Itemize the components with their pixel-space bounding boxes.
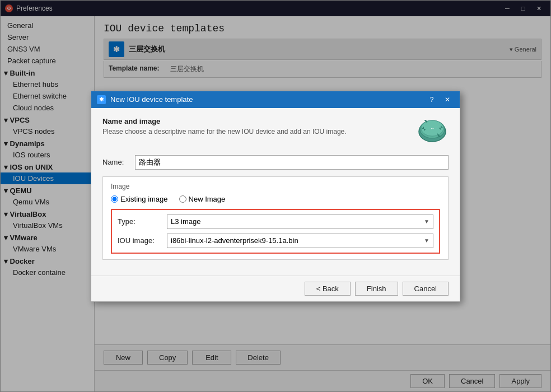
radio-group: Existing image New Image bbox=[111, 195, 440, 203]
section-text: Name and image Please choose a descripti… bbox=[102, 117, 407, 136]
radio-existing-label: Existing image bbox=[120, 195, 168, 203]
image-section-label: Image bbox=[111, 183, 440, 190]
back-button[interactable]: < Back bbox=[305, 282, 351, 296]
radio-new-input[interactable] bbox=[179, 195, 186, 203]
name-input[interactable] bbox=[135, 155, 449, 170]
type-label: Type: bbox=[118, 217, 162, 226]
section-title: Name and image bbox=[102, 117, 407, 125]
modal-footer: < Back Finish Cancel bbox=[91, 276, 460, 301]
radio-existing-input[interactable] bbox=[111, 195, 118, 203]
name-label: Name: bbox=[102, 158, 130, 166]
modal-content: Name and image Please choose a descripti… bbox=[91, 108, 460, 276]
type-select-arrow: ▼ bbox=[424, 218, 429, 225]
modal: ✱ New IOU device template ? ✕ Name and i… bbox=[91, 91, 460, 302]
modal-titlebar: ✱ New IOU device template ? ✕ bbox=[91, 91, 460, 108]
type-field-row: Type: L3 image ▼ bbox=[118, 214, 433, 229]
modal-titlebar-controls: ? ✕ bbox=[425, 94, 454, 106]
red-border-box: Type: L3 image ▼ IOU image: i86bi-linux-… bbox=[111, 209, 440, 254]
modal-title: New IOU device template bbox=[110, 95, 193, 104]
modal-close-button[interactable]: ✕ bbox=[441, 94, 454, 106]
iou-select[interactable]: i86bi-linux-l2-adventerprisek9-15.1a.bin… bbox=[167, 234, 433, 248]
modal-cancel-button[interactable]: Cancel bbox=[403, 282, 449, 296]
modal-icon: ✱ bbox=[97, 95, 106, 104]
radio-new-label: New Image bbox=[189, 195, 226, 203]
type-select[interactable]: L3 image ▼ bbox=[167, 214, 433, 229]
section-header: Name and image Please choose a descripti… bbox=[102, 117, 449, 146]
router-icon-container: ↔ bbox=[416, 117, 449, 146]
modal-overlay: ✱ New IOU device template ? ✕ Name and i… bbox=[0, 0, 551, 392]
finish-button[interactable]: Finish bbox=[355, 282, 398, 296]
radio-new[interactable]: New Image bbox=[179, 195, 226, 203]
section-description: Please choose a descriptive name for the… bbox=[102, 128, 407, 136]
iou-field-row: IOU image: i86bi-linux-l2-adventerprisek… bbox=[118, 234, 433, 248]
iou-label: IOU image: bbox=[118, 236, 162, 245]
type-select-value: L3 image bbox=[171, 217, 200, 226]
modal-titlebar-left: ✱ New IOU device template bbox=[97, 95, 193, 104]
radio-existing[interactable]: Existing image bbox=[111, 195, 168, 203]
image-section: Image Existing image New Image Type: bbox=[102, 176, 449, 260]
iou-select-arrow: ▼ bbox=[424, 237, 429, 244]
modal-help-button[interactable]: ? bbox=[425, 94, 438, 106]
router-icon: ↔ bbox=[416, 117, 449, 146]
svg-text:↔: ↔ bbox=[430, 126, 435, 131]
name-field-row: Name: bbox=[102, 155, 449, 170]
iou-select-value: i86bi-linux-l2-adventerprisek9-15.1a.bin bbox=[171, 236, 298, 245]
